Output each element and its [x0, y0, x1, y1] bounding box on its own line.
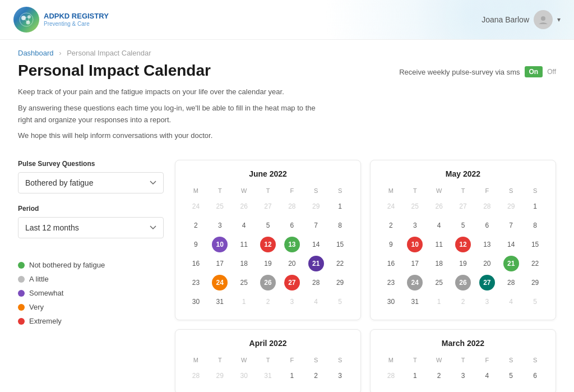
calendar-day: 1: [280, 367, 303, 385]
day-header: W: [428, 185, 451, 196]
calendar-day: 29: [499, 197, 522, 215]
calendar-day: 30: [233, 367, 256, 385]
day-dot[interactable]: 21: [503, 256, 519, 271]
calendar-day: 28: [499, 274, 522, 292]
calendar-day: 3: [475, 293, 498, 311]
calendar-day: 26: [452, 274, 475, 292]
day-dot[interactable]: 26: [455, 275, 471, 290]
calendar-day: 28: [280, 197, 303, 215]
calendar-day: 6: [524, 367, 547, 385]
day-header: S: [328, 185, 351, 196]
calendar-day: 3: [328, 367, 351, 385]
day-header: W: [428, 354, 451, 366]
calendar-day: 25: [428, 274, 451, 292]
calendar-day: 17: [209, 255, 232, 273]
day-dot[interactable]: 24: [407, 275, 423, 290]
calendar-day: 18: [233, 255, 256, 273]
calendar-day: 17: [404, 255, 427, 273]
day-dot[interactable]: 10: [407, 237, 423, 252]
period-select[interactable]: Last 12 months: [18, 217, 164, 238]
calendar-day: 25: [233, 274, 256, 292]
desc-3: We hope this will help inform conversati…: [18, 130, 321, 142]
calendar-day: 9: [379, 236, 402, 253]
calendar-day: 29: [524, 274, 547, 292]
calendar-day: 5: [452, 216, 475, 234]
desc-1: Keep track of your pain and the fatigue …: [18, 86, 321, 98]
calendar-day: 4: [233, 216, 256, 234]
day-header: T: [209, 354, 232, 366]
day-header: F: [280, 354, 303, 366]
calendar-day: 31: [257, 367, 280, 385]
calendar-day: 22: [524, 255, 547, 273]
day-header: T: [257, 185, 280, 196]
calendar-day: 31: [209, 293, 232, 311]
day-dot[interactable]: 10: [212, 237, 228, 252]
breadcrumb-home[interactable]: Dashboard: [18, 49, 54, 57]
calendar-grid: MTWTFSS242526272829123456789101112131415…: [379, 185, 547, 311]
calendar-day: 7: [499, 216, 522, 234]
calendar-day: 25: [404, 197, 427, 215]
calendar-day: 10: [209, 236, 232, 253]
calendar-day: 11: [428, 236, 451, 253]
calendar-grid: MTWTFSS28123456: [379, 354, 547, 385]
calendar-day: 4: [304, 293, 327, 311]
calendar-day: 9: [184, 236, 207, 253]
day-dot[interactable]: 26: [260, 275, 276, 290]
calendar-day: 4: [475, 367, 498, 385]
calendar-day: 10: [404, 236, 427, 253]
day-header: T: [209, 185, 232, 196]
calendar-day: 12: [452, 236, 475, 253]
calendar-title: April 2022: [184, 339, 351, 348]
calendar-day: 23: [379, 274, 402, 292]
calendar-day: 5: [328, 293, 351, 311]
day-dot[interactable]: 21: [308, 256, 324, 271]
calendar-day: 23: [184, 274, 207, 292]
calendar-day: 2: [257, 293, 280, 311]
day-header: F: [280, 185, 303, 196]
calendar-day: 20: [475, 255, 498, 273]
calendar-day: 2: [184, 216, 207, 234]
calendar-card: May 2022MTWTFSS2425262728291234567891011…: [370, 160, 556, 320]
calendar-day: 3: [404, 216, 427, 234]
day-dot[interactable]: 12: [260, 237, 276, 252]
calendar-day: 19: [452, 255, 475, 273]
day-header: S: [499, 185, 522, 196]
day-header: S: [524, 185, 547, 196]
svg-point-0: [20, 13, 33, 26]
day-header: T: [404, 185, 427, 196]
calendar-day: 24: [209, 274, 232, 292]
calendar-day: 25: [209, 197, 232, 215]
toggle-off-button[interactable]: Off: [547, 68, 556, 76]
calendar-day: 6: [280, 216, 303, 234]
calendar-card: June 2022MTWTFSS242526272829123456789101…: [175, 160, 361, 320]
legend: Not bothered by fatigueA littleSomewhatV…: [18, 261, 164, 325]
calendar-day: 1: [524, 197, 547, 215]
calendar-day: 13: [280, 236, 303, 253]
day-dot[interactable]: 12: [455, 237, 471, 252]
user-menu[interactable]: Joana Barlow ▾: [482, 10, 561, 29]
day-dot[interactable]: 27: [479, 275, 495, 290]
toggle-on-button[interactable]: On: [525, 66, 543, 77]
calendar-day: 29: [209, 367, 232, 385]
calendar-day: 16: [379, 255, 402, 273]
day-dot[interactable]: 27: [284, 275, 300, 290]
calendar-day: 1: [428, 293, 451, 311]
calendar-day: 7: [304, 216, 327, 234]
calendar-day: 27: [280, 274, 303, 292]
calendar-day: 15: [328, 236, 351, 253]
calendar-day: 2: [452, 293, 475, 311]
calendar-day: 28: [184, 367, 207, 385]
calendar-day: 24: [379, 197, 402, 215]
day-dot[interactable]: 13: [284, 237, 300, 252]
legend-label: Extremely: [29, 317, 62, 325]
calendar-day: 8: [328, 216, 351, 234]
calendar-day: 26: [257, 274, 280, 292]
day-dot[interactable]: 24: [212, 275, 228, 290]
calendar-day: 29: [304, 197, 327, 215]
calendar-card: April 2022MTWTFSS28293031123: [175, 329, 361, 392]
calendar-day: 27: [257, 197, 280, 215]
question-select[interactable]: Bothered by fatigue: [18, 172, 164, 193]
description: Keep track of your pain and the fatigue …: [18, 86, 321, 142]
calendar-day: 26: [428, 197, 451, 215]
user-name: Joana Barlow: [482, 15, 529, 24]
